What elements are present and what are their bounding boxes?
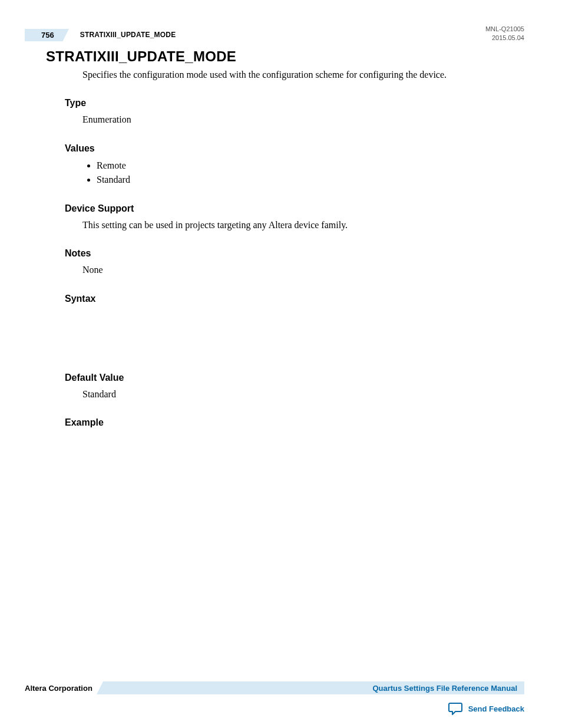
send-feedback-link[interactable]: Send Feedback	[448, 702, 524, 715]
page-footer: Altera Corporation Quartus Settings File…	[25, 681, 524, 695]
footer-bar: Altera Corporation Quartus Settings File…	[25, 681, 524, 695]
page-tab: 756 STRATIXIII_UPDATE_MODE	[25, 28, 176, 41]
doc-meta: MNL-Q21005 2015.05.04	[485, 25, 524, 42]
section-type-body: Enumeration	[82, 113, 524, 126]
section-type-heading: Type	[65, 98, 524, 108]
page-title: STRATIXIII_UPDATE_MODE	[46, 48, 524, 65]
page-number: 756	[25, 29, 62, 41]
section-values-heading: Values	[65, 143, 524, 154]
doc-id: MNL-Q21005	[485, 25, 524, 34]
section-device-support-heading: Device Support	[65, 203, 524, 214]
document-body: STRATIXIII_UPDATE_MODE Specifies the con…	[46, 48, 524, 428]
page-header: 756 STRATIXIII_UPDATE_MODE MNL-Q21005 20…	[25, 28, 524, 41]
section-example-heading: Example	[65, 417, 524, 428]
reference-manual-link[interactable]: Quartus Settings File Reference Manual	[372, 684, 517, 693]
doc-date: 2015.05.04	[485, 34, 524, 42]
section-syntax-heading: Syntax	[65, 294, 524, 304]
company-name: Altera Corporation	[25, 684, 92, 693]
section-notes-body: None	[82, 263, 524, 276]
list-item: Remote	[97, 159, 524, 173]
speech-bubble-icon	[448, 702, 462, 715]
intro-paragraph: Specifies the configuration mode used wi…	[82, 68, 524, 81]
section-device-support-body: This setting can be used in projects tar…	[82, 219, 524, 232]
section-default-value-body: Standard	[82, 388, 524, 401]
send-feedback-label: Send Feedback	[468, 704, 524, 713]
section-default-value-heading: Default Value	[65, 373, 524, 383]
running-title: STRATIXIII_UPDATE_MODE	[80, 31, 176, 39]
section-notes-heading: Notes	[65, 248, 524, 259]
values-list: Remote Standard	[97, 159, 524, 187]
list-item: Standard	[97, 173, 524, 187]
footer-strip: Quartus Settings File Reference Manual	[103, 681, 524, 694]
